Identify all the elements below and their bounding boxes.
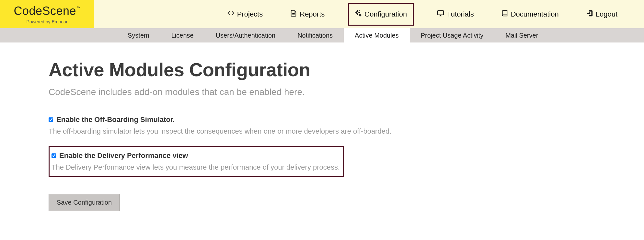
- subnav-system[interactable]: System: [117, 28, 160, 42]
- subnav-project-usage[interactable]: Project Usage Activity: [410, 28, 494, 42]
- nav-label: Configuration: [364, 10, 407, 18]
- offboarding-desc: The off-boarding simulator lets you insp…: [49, 127, 454, 136]
- nav-configuration[interactable]: Configuration: [348, 3, 414, 26]
- subnav-users-auth[interactable]: Users/Authentication: [205, 28, 287, 42]
- page-subtitle: CodeScene includes add-on modules that c…: [49, 87, 454, 97]
- monitor-icon: [437, 10, 444, 19]
- module-delivery: Enable the Delivery Performance view The…: [49, 146, 344, 177]
- brand-tagline: Powered by Empear: [27, 19, 68, 24]
- nav-logout[interactable]: Logout: [582, 7, 621, 21]
- delivery-checkbox[interactable]: [52, 153, 56, 158]
- topbar: CodeScene™ Powered by Empear Projects Re…: [0, 0, 644, 28]
- nav-reports[interactable]: Reports: [286, 7, 328, 21]
- page-title: Active Modules Configuration: [49, 59, 454, 80]
- document-icon: [290, 10, 297, 19]
- subnav-mail-server[interactable]: Mail Server: [494, 28, 549, 42]
- main-nav: Projects Reports Configuration Tutorials…: [94, 0, 644, 28]
- svg-rect-4: [438, 10, 443, 15]
- module-offboarding: Enable the Off-Boarding Simulator. The o…: [49, 113, 454, 138]
- gears-icon: [355, 10, 362, 19]
- book-icon: [501, 10, 508, 19]
- nav-tutorials[interactable]: Tutorials: [433, 7, 478, 21]
- nav-label: Documentation: [511, 10, 559, 18]
- offboarding-label: Enable the Off-Boarding Simulator.: [56, 115, 175, 124]
- nav-projects[interactable]: Projects: [224, 7, 267, 21]
- nav-label: Tutorials: [447, 10, 474, 18]
- logout-icon: [586, 10, 593, 19]
- nav-label: Projects: [237, 10, 263, 18]
- subnav-license[interactable]: License: [160, 28, 205, 42]
- svg-point-3: [360, 14, 361, 16]
- content: Active Modules Configuration CodeScene i…: [0, 42, 454, 211]
- delivery-desc: The Delivery Performance view lets you m…: [52, 163, 340, 172]
- brand-logo[interactable]: CodeScene™ Powered by Empear: [0, 0, 94, 28]
- nav-documentation[interactable]: Documentation: [497, 7, 563, 21]
- nav-label: Logout: [596, 10, 617, 18]
- nav-label: Reports: [300, 10, 325, 18]
- subnav-active-modules[interactable]: Active Modules: [344, 28, 410, 42]
- offboarding-checkbox[interactable]: [49, 117, 53, 122]
- sub-nav: System License Users/Authentication Noti…: [0, 28, 644, 42]
- delivery-label: Enable the Delivery Performance view: [59, 151, 188, 160]
- svg-point-2: [357, 11, 359, 13]
- brand-name: CodeScene™: [14, 4, 80, 18]
- subnav-notifications[interactable]: Notifications: [286, 28, 344, 42]
- save-button[interactable]: Save Configuration: [49, 194, 120, 211]
- code-icon: [227, 10, 235, 19]
